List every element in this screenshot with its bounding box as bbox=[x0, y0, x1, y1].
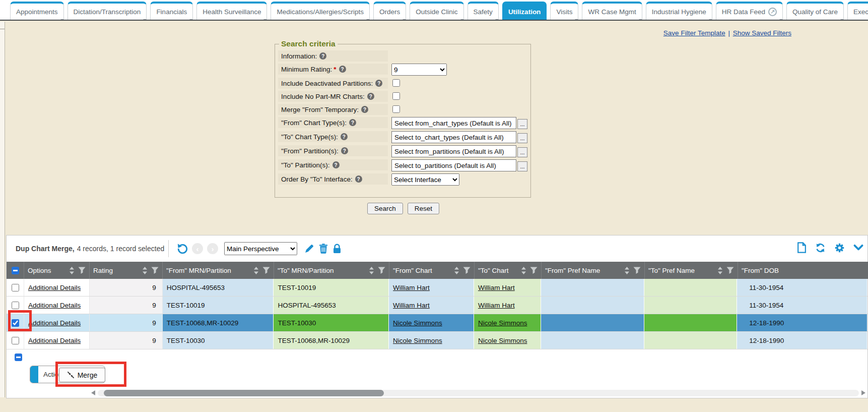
row-select-checkbox[interactable] bbox=[12, 337, 19, 344]
scrollbar-thumb[interactable] bbox=[104, 390, 384, 396]
new-document-icon[interactable] bbox=[797, 242, 807, 253]
sort-icon[interactable] bbox=[454, 267, 459, 274]
column-header-from-chart[interactable]: "From" Chart bbox=[389, 262, 475, 279]
sort-icon[interactable] bbox=[69, 267, 75, 274]
tab-exec[interactable]: Exec bbox=[847, 2, 868, 20]
filter-icon[interactable] bbox=[151, 267, 159, 274]
help-icon[interactable]: ? bbox=[319, 52, 326, 60]
perspective-select[interactable]: Main Perspective bbox=[224, 242, 297, 255]
filter-icon[interactable] bbox=[726, 267, 734, 274]
filter-icon[interactable] bbox=[530, 267, 538, 274]
column-header-from-pref[interactable]: "From" Pref Name bbox=[542, 262, 645, 279]
horizontal-scrollbar[interactable] bbox=[91, 390, 865, 396]
ellipsis-button[interactable]: ... bbox=[517, 161, 527, 171]
row-select-checkbox[interactable] bbox=[12, 319, 19, 327]
column-header-to-pref[interactable]: "To" Pref Name bbox=[645, 262, 738, 279]
tab-medications-allergies-scripts[interactable]: Medications/Allergies/Scripts bbox=[271, 2, 370, 20]
from-chart-link[interactable]: Nicole Simmons bbox=[393, 319, 442, 327]
help-icon[interactable]: ? bbox=[367, 93, 374, 100]
column-header-options[interactable]: Options bbox=[24, 262, 90, 279]
from-chart-link[interactable]: Nicole Simmons bbox=[393, 337, 442, 344]
tab-utilization[interactable]: Utilization bbox=[502, 2, 547, 20]
from-chart-link[interactable]: William Hart bbox=[393, 284, 430, 291]
tab-safety[interactable]: Safety bbox=[468, 2, 499, 20]
from-partition-s-input[interactable] bbox=[391, 145, 516, 157]
prev-page-icon[interactable]: ‹ bbox=[192, 243, 203, 254]
column-header-to-mrn[interactable]: "To" MRN/Partition bbox=[274, 262, 389, 279]
minimum-rating-select[interactable]: 9 bbox=[391, 64, 447, 76]
scroll-left-arrow-icon[interactable] bbox=[91, 390, 95, 395]
options-link[interactable]: Additional Details bbox=[28, 284, 81, 291]
select-all-checkbox[interactable] bbox=[12, 267, 19, 274]
save-filter-template-link[interactable]: Save Filter Template bbox=[663, 29, 725, 37]
reset-button[interactable]: Reset bbox=[408, 203, 439, 214]
tab-industrial-hygiene[interactable]: Industrial Hygiene bbox=[646, 2, 712, 20]
ellipsis-button[interactable]: ... bbox=[517, 147, 527, 157]
options-link[interactable]: Additional Details bbox=[28, 337, 81, 344]
help-icon[interactable]: ? bbox=[341, 147, 348, 154]
next-page-icon[interactable]: › bbox=[207, 243, 218, 254]
sort-icon[interactable] bbox=[624, 267, 630, 274]
help-icon[interactable]: ? bbox=[349, 119, 356, 126]
to-partition-s-input[interactable] bbox=[391, 159, 516, 171]
column-header-from-dob[interactable]: "From" DOB bbox=[738, 262, 868, 279]
row-select-checkbox[interactable] bbox=[12, 284, 19, 291]
lock-icon[interactable] bbox=[332, 244, 342, 254]
sort-icon[interactable] bbox=[142, 267, 148, 274]
filter-icon[interactable] bbox=[633, 267, 641, 274]
row-select-checkbox[interactable] bbox=[12, 302, 19, 309]
scrollbar-track[interactable] bbox=[98, 390, 859, 396]
help-icon[interactable]: ? bbox=[355, 175, 362, 183]
order-by-to-interface-select[interactable]: Select Interface bbox=[391, 173, 459, 186]
to-chart-link[interactable]: Nicole Simmons bbox=[478, 319, 527, 327]
to-chart-type-s-input[interactable] bbox=[391, 131, 516, 143]
column-header-from-mrn[interactable]: "From" MRN/Partition bbox=[163, 262, 274, 279]
show-saved-filters-link[interactable]: Show Saved Filters bbox=[733, 29, 791, 37]
column-header-rating[interactable]: Rating bbox=[90, 262, 163, 279]
undo-icon[interactable] bbox=[177, 243, 188, 254]
options-link[interactable]: Additional Details bbox=[28, 319, 81, 327]
sort-icon[interactable] bbox=[369, 267, 374, 274]
scroll-right-arrow-icon[interactable] bbox=[861, 390, 865, 395]
to-chart-link[interactable]: William Hart bbox=[478, 284, 515, 291]
tab-quality-of-care[interactable]: Quality of Care bbox=[786, 2, 844, 20]
filter-icon[interactable] bbox=[78, 267, 86, 274]
refresh-icon[interactable] bbox=[815, 243, 826, 253]
filter-icon[interactable] bbox=[378, 267, 385, 274]
settings-gear-icon[interactable] bbox=[834, 243, 845, 253]
include-deactivated-partitions-checkbox[interactable] bbox=[392, 79, 400, 87]
tab-dictation-transcription[interactable]: Dictation/Transcription bbox=[68, 2, 147, 20]
to-chart-link[interactable]: William Hart bbox=[478, 302, 515, 309]
collapse-chevron-icon[interactable] bbox=[853, 244, 863, 251]
help-icon[interactable]: ? bbox=[339, 66, 346, 73]
tab-visits[interactable]: Visits bbox=[550, 2, 578, 20]
tab-orders[interactable]: Orders bbox=[373, 2, 406, 20]
from-chart-type-s-input[interactable] bbox=[391, 117, 516, 129]
delete-trash-icon[interactable] bbox=[319, 244, 328, 254]
ellipsis-button[interactable]: ... bbox=[517, 133, 527, 143]
options-link[interactable]: Additional Details bbox=[28, 302, 81, 309]
search-button[interactable]: Search bbox=[367, 203, 403, 214]
tab-hr-data-feed[interactable]: HR Data Feed↗ bbox=[716, 2, 783, 20]
tab-outside-clinic[interactable]: Outside Clinic bbox=[410, 2, 463, 20]
filter-icon[interactable] bbox=[463, 267, 471, 274]
help-icon[interactable]: ? bbox=[361, 106, 368, 113]
tab-health-surveillance[interactable]: Health Surveillance bbox=[196, 2, 267, 20]
sort-icon[interactable] bbox=[521, 267, 526, 274]
include-no-part-mr-charts-checkbox[interactable] bbox=[392, 92, 400, 100]
tab-appointments[interactable]: Appointments bbox=[10, 2, 64, 20]
filter-icon[interactable] bbox=[262, 267, 270, 274]
edit-pencil-icon[interactable] bbox=[304, 244, 314, 254]
help-icon[interactable]: ? bbox=[332, 161, 340, 168]
select-all-checkbox[interactable] bbox=[15, 354, 22, 361]
sort-icon[interactable] bbox=[717, 267, 723, 274]
to-chart-link[interactable]: Nicole Simmons bbox=[478, 337, 527, 344]
merge-button[interactable]: Merge bbox=[59, 368, 105, 382]
merge-from-temporary-checkbox[interactable] bbox=[392, 105, 400, 113]
column-header-to-chart[interactable]: "To" Chart bbox=[475, 262, 542, 279]
sort-icon[interactable] bbox=[253, 267, 259, 274]
tab-financials[interactable]: Financials bbox=[150, 2, 193, 20]
tab-wr-case-mgmt[interactable]: WR Case Mgmt bbox=[582, 2, 642, 20]
help-icon[interactable]: ? bbox=[341, 133, 348, 140]
help-icon[interactable]: ? bbox=[375, 80, 382, 87]
